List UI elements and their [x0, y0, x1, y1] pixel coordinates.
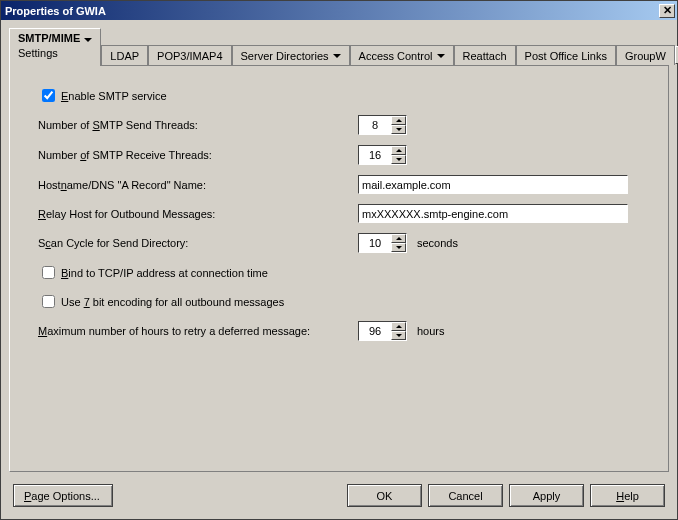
chevron-down-icon — [333, 54, 341, 58]
relay-input[interactable] — [358, 204, 628, 223]
recv-threads-spinner[interactable] — [358, 145, 407, 165]
apply-button[interactable]: Apply — [509, 484, 584, 507]
row-scan: Scan Cycle for Send Directory: seconds — [38, 233, 640, 253]
chevron-down-icon — [437, 54, 445, 58]
arrow-up-icon — [396, 149, 402, 152]
retry-spinner[interactable] — [358, 321, 407, 341]
chevron-down-icon — [84, 38, 92, 42]
hostname-label: Hostname/DNS "A Record" Name: — [38, 179, 358, 191]
close-button[interactable]: ✕ — [659, 4, 675, 18]
arrow-down-icon — [396, 334, 402, 337]
arrow-up-icon — [396, 325, 402, 328]
retry-label: Maximum number of hours to retry a defer… — [38, 325, 358, 337]
arrow-down-icon — [396, 246, 402, 249]
send-threads-label: Number of SMTP Send Threads: — [38, 119, 358, 131]
relay-label: Relay Host for Outbound Messages: — [38, 208, 358, 220]
tab-ldap[interactable]: LDAP — [101, 45, 148, 65]
scan-suffix: seconds — [417, 237, 458, 249]
close-icon: ✕ — [663, 4, 672, 16]
arrow-up-icon — [396, 237, 402, 240]
spin-down[interactable] — [391, 331, 406, 340]
retry-input[interactable] — [359, 322, 391, 340]
hostname-input[interactable] — [358, 175, 628, 194]
scan-input[interactable] — [359, 234, 391, 252]
arrow-up-icon — [396, 119, 402, 122]
enable-smtp-checkbox[interactable] — [42, 89, 55, 102]
send-threads-spinner[interactable] — [358, 115, 407, 135]
recv-threads-input[interactable] — [359, 146, 391, 164]
page-options-button[interactable]: Page Options... — [13, 484, 113, 507]
titlebar: Properties of GWIA ✕ — [1, 1, 677, 20]
row-recv-threads: Number of SMTP Receive Threads: — [38, 145, 640, 165]
seven-bit-label: Use 7 bit encoding for all outbound mess… — [61, 296, 284, 308]
button-bar: Page Options... OK Cancel Apply Help — [1, 478, 677, 519]
spin-up[interactable] — [391, 234, 406, 243]
row-relay: Relay Host for Outbound Messages: — [38, 204, 640, 223]
tab-pop3-imap4[interactable]: POP3/IMAP4 — [148, 45, 231, 65]
recv-threads-label: Number of SMTP Receive Threads: — [38, 149, 358, 161]
arrow-down-icon — [396, 128, 402, 131]
row-hostname: Hostname/DNS "A Record" Name: — [38, 175, 640, 194]
spin-up[interactable] — [391, 146, 406, 155]
enable-smtp-label: Enable SMTP service — [61, 90, 167, 102]
tab-reattach[interactable]: Reattach — [454, 45, 516, 65]
spin-down[interactable] — [391, 125, 406, 134]
spin-up[interactable] — [391, 322, 406, 331]
cancel-button[interactable]: Cancel — [428, 484, 503, 507]
scan-spinner[interactable] — [358, 233, 407, 253]
tab-bar: SMTP/MIME Settings LDAP POP3/IMAP4 Serve… — [9, 28, 669, 66]
bind-label: Bind to TCP/IP address at connection tim… — [61, 267, 268, 279]
retry-suffix: hours — [417, 325, 445, 337]
seven-bit-checkbox[interactable] — [42, 295, 55, 308]
tab-server-directories[interactable]: Server Directories — [232, 45, 350, 65]
row-seven-bit: Use 7 bit encoding for all outbound mess… — [38, 292, 640, 311]
spin-down[interactable] — [391, 243, 406, 252]
row-retry: Maximum number of hours to retry a defer… — [38, 321, 640, 341]
tab-post-office-links[interactable]: Post Office Links — [516, 45, 616, 65]
row-enable-smtp: Enable SMTP service — [38, 86, 640, 105]
spin-down[interactable] — [391, 155, 406, 164]
dialog-window: Properties of GWIA ✕ SMTP/MIME Settings … — [0, 0, 678, 520]
tab-content: Enable SMTP service Number of SMTP Send … — [9, 66, 669, 472]
scan-label: Scan Cycle for Send Directory: — [38, 237, 358, 249]
arrow-down-icon — [396, 158, 402, 161]
help-button[interactable]: Help — [590, 484, 665, 507]
tab-groupwise[interactable]: GroupW — [616, 45, 675, 65]
spin-up[interactable] — [391, 116, 406, 125]
send-threads-input[interactable] — [359, 116, 391, 134]
row-send-threads: Number of SMTP Send Threads: — [38, 115, 640, 135]
window-title: Properties of GWIA — [5, 5, 659, 17]
tab-access-control[interactable]: Access Control — [350, 45, 454, 65]
tab-smtp-mime[interactable]: SMTP/MIME Settings — [9, 28, 101, 66]
row-bind: Bind to TCP/IP address at connection tim… — [38, 263, 640, 282]
tab-subtitle: Settings — [18, 47, 58, 59]
ok-button[interactable]: OK — [347, 484, 422, 507]
bind-checkbox[interactable] — [42, 266, 55, 279]
